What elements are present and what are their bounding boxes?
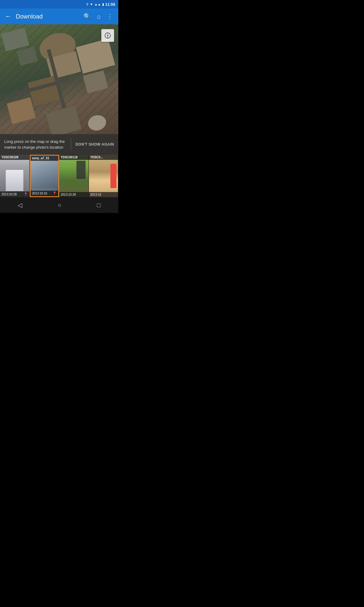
photo-item[interactable]: YDSC00109 2013:10:28 📍: [0, 155, 30, 197]
hint-overlay: Long press on the map or drag the marker…: [0, 134, 118, 155]
back-nav-button[interactable]: ◁: [12, 198, 28, 212]
photo-label: sony_a7_31: [31, 156, 59, 161]
dont-show-again-button[interactable]: DON'T SHOW AGAIN: [71, 142, 118, 147]
app-bar: ← Download 🔍 ⌂ ⋮: [0, 8, 118, 24]
page-title: Download: [16, 13, 79, 20]
map-view[interactable]: Long press on the map or drag the marker…: [0, 24, 118, 155]
hint-text: Long press on the map or drag the marker…: [0, 136, 71, 153]
map-building: [83, 70, 108, 93]
home-button[interactable]: ⌂: [95, 11, 103, 22]
location-icon: 📍: [24, 192, 28, 196]
photo-date: 2013:10:28: [61, 193, 76, 196]
app-bar-actions: 🔍 ⌂ ⋮: [81, 10, 115, 22]
photo-label: YDSC00109: [0, 155, 29, 160]
battery-status-icon: ▮: [102, 2, 104, 6]
photo-thumbnail: [59, 155, 89, 197]
back-button[interactable]: ←: [3, 11, 13, 22]
photo-thumbnail: [89, 155, 118, 197]
photo-item-selected[interactable]: sony_a7_31 2013:10:16 📍: [30, 155, 59, 197]
signal-status-icon: ▲▲: [94, 2, 101, 6]
status-bar: ⚲ ▼ ▲▲ ▮ 11:55: [0, 0, 118, 8]
photo-date: 2013:10:16: [32, 192, 47, 195]
photo-thumbnail: [0, 155, 29, 197]
photo-date-row: 2013:10:28 📍: [0, 191, 29, 197]
map-building: [7, 97, 35, 124]
photo-strip: YDSC00109 2013:10:28 📍 sony_a7_31 2013:1…: [0, 155, 118, 197]
status-icons: ⚲ ▼ ▲▲ ▮ 11:55: [86, 2, 115, 7]
map-building: [17, 46, 38, 66]
photo-item[interactable]: YDSC00118 2013:10:28: [59, 155, 89, 197]
photo-date-row: 2013:10: [89, 192, 118, 197]
status-time: 11:55: [105, 2, 115, 7]
photo-item-partial[interactable]: YDSC0... 2013:10: [89, 155, 119, 197]
home-nav-button[interactable]: ○: [52, 199, 67, 212]
compass-button[interactable]: [101, 29, 114, 42]
map-building: [86, 113, 108, 133]
wifi-status-icon: ▼: [90, 2, 93, 6]
recent-nav-button[interactable]: □: [91, 199, 106, 212]
photo-label: YDSC0...: [89, 155, 118, 160]
location-icon: 📍: [52, 191, 57, 195]
photo-date: 2013:10: [90, 193, 101, 196]
photo-date: 2013:10:28: [2, 193, 17, 196]
menu-button[interactable]: ⋮: [104, 10, 115, 22]
map-building: [46, 106, 81, 137]
compass-icon: [105, 32, 111, 39]
photo-label: YDSC00118: [59, 155, 89, 160]
photo-date-row: 2013:10:16 📍: [31, 191, 59, 196]
nav-bar: ◁ ○ □: [0, 197, 118, 213]
photo-thumbnail: [31, 156, 59, 196]
location-status-icon: ⚲: [86, 2, 89, 6]
search-button[interactable]: 🔍: [81, 10, 93, 22]
photo-date-row: 2013:10:28: [59, 192, 89, 197]
map-building: [76, 39, 115, 73]
map-building: [1, 28, 29, 52]
